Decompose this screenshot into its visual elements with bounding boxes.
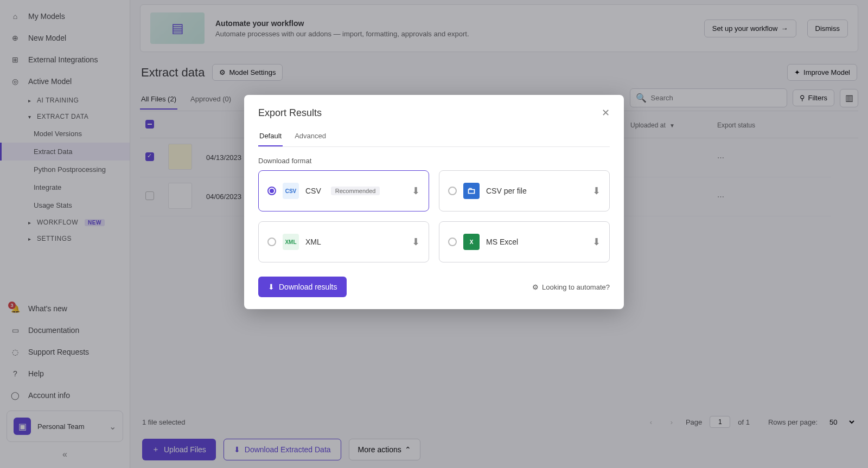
radio-csv[interactable] — [267, 187, 276, 195]
option-label: CSV — [305, 187, 321, 195]
radio-xml[interactable] — [267, 238, 276, 246]
excel-file-icon: X — [463, 234, 480, 250]
option-label: XML — [305, 238, 321, 246]
automate-link[interactable]: ⚙ Looking to automate? — [532, 283, 610, 291]
radio-csv-per-file[interactable] — [448, 187, 457, 195]
modal-close-button[interactable]: ✕ — [602, 107, 610, 119]
download-icon[interactable]: ⬇ — [412, 236, 420, 248]
download-icon[interactable]: ⬇ — [592, 185, 601, 197]
radio-excel[interactable] — [448, 238, 457, 246]
option-label: CSV per file — [486, 187, 527, 195]
download-icon[interactable]: ⬇ — [592, 236, 601, 248]
download-results-button[interactable]: ⬇ Download results — [258, 277, 347, 297]
folder-icon: 🗀 — [463, 183, 480, 199]
option-label: MS Excel — [486, 238, 518, 246]
modal-tab-advanced[interactable]: Advanced — [293, 126, 327, 146]
modal-title: Export Results — [258, 107, 322, 119]
close-icon: ✕ — [602, 107, 610, 118]
link-label: Looking to automate? — [542, 283, 610, 291]
format-option-csv[interactable]: CSV CSV Recommended ⬇ — [258, 170, 429, 211]
recommended-badge: Recommended — [331, 187, 380, 195]
format-option-xml[interactable]: XML XML ⬇ — [258, 221, 429, 262]
format-option-csv-per-file[interactable]: 🗀 CSV per file ⬇ — [439, 170, 610, 211]
xml-file-icon: XML — [283, 234, 299, 250]
modal-backdrop[interactable]: Export Results ✕ Default Advanced Downlo… — [0, 0, 868, 468]
download-icon[interactable]: ⬇ — [412, 185, 420, 197]
download-icon: ⬇ — [268, 283, 275, 291]
export-results-modal: Export Results ✕ Default Advanced Downlo… — [244, 95, 624, 309]
gear-icon: ⚙ — [532, 283, 539, 291]
modal-tab-default[interactable]: Default — [258, 126, 283, 146]
button-label: Download results — [279, 283, 337, 291]
csv-file-icon: CSV — [283, 183, 299, 199]
download-format-label: Download format — [258, 157, 610, 165]
format-option-excel[interactable]: X MS Excel ⬇ — [439, 221, 610, 262]
